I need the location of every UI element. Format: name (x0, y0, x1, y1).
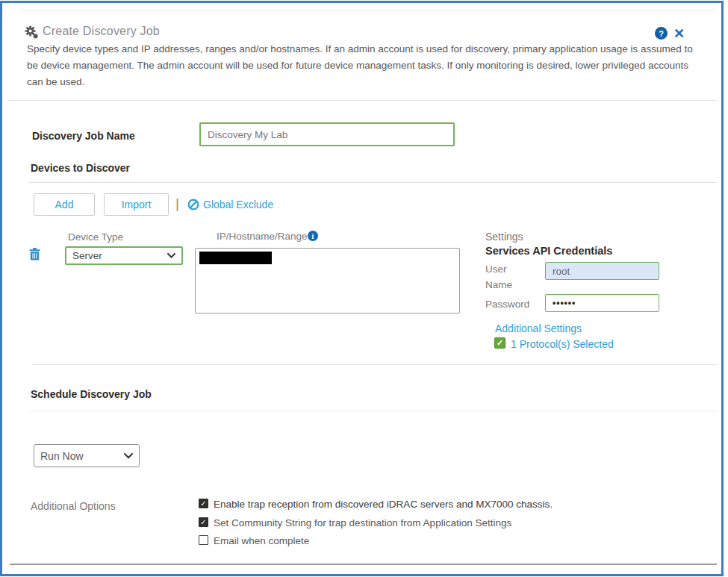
global-exclude-icon[interactable] (187, 199, 199, 213)
email-complete-label: Email when complete (214, 535, 309, 546)
devices-heading: Devices to Discover (31, 162, 130, 174)
option-row: Email when complete (199, 535, 309, 546)
option-row: ✓ Enable trap reception from discovered … (199, 499, 553, 510)
schedule-top-divider (32, 364, 717, 365)
settings-label: Settings (485, 231, 523, 243)
ip-hostname-textarea[interactable] (195, 248, 460, 314)
add-button[interactable]: Add (34, 193, 95, 216)
email-complete-checkbox[interactable] (199, 535, 208, 545)
community-string-checkbox[interactable]: ✓ (199, 517, 208, 527)
protocols-checkbox[interactable]: ✓ (494, 337, 505, 349)
header-divider (7, 100, 717, 101)
schedule-select[interactable]: Run Now (34, 444, 140, 467)
redacted-ip-value (199, 252, 272, 264)
password-label: Password (485, 299, 529, 310)
help-icon[interactable]: ? (655, 27, 668, 40)
bottom-divider (10, 564, 717, 565)
ip-hostname-label: IP/Hostname/Range (217, 231, 308, 242)
import-button[interactable]: Import (104, 193, 169, 216)
protocols-selected-link[interactable]: 1 Protocol(s) Selected (511, 338, 614, 350)
jobs-gear-icon (25, 25, 38, 42)
devices-divider (28, 182, 717, 183)
global-exclude-link[interactable]: Global Exclude (203, 199, 273, 210)
job-name-label: Discovery Job Name (32, 130, 135, 142)
password-value: •••••• (553, 298, 576, 308)
schedule-value: Run Now (40, 450, 84, 462)
close-icon[interactable]: ✕ (673, 27, 685, 40)
credentials-heading: Services API Credentials (485, 245, 612, 257)
device-type-label: Device Type (68, 231, 123, 243)
dialog-title: Create Discovery Job (43, 25, 160, 38)
trap-reception-checkbox[interactable]: ✓ (199, 499, 208, 508)
create-discovery-job-dialog: Create Discovery Job ? ✕ Specify device … (0, 1, 724, 576)
community-string-label: Set Community String for trap destinatio… (214, 517, 511, 528)
password-input[interactable]: •••••• (545, 294, 659, 312)
schedule-divider (28, 411, 717, 411)
top-rule (21, 10, 715, 11)
device-type-select[interactable]: Server (65, 246, 183, 265)
additional-options-label: Additional Options (31, 500, 116, 512)
user-name-value: root (553, 266, 570, 277)
trap-reception-label: Enable trap reception from discovered iD… (214, 499, 553, 510)
delete-row-icon[interactable] (29, 248, 40, 263)
job-name-input[interactable]: Discovery My Lab (199, 122, 455, 146)
option-row: ✓ Set Community String for trap destinat… (199, 517, 511, 528)
chevron-down-icon (167, 253, 175, 258)
user-name-label: User Name (485, 262, 532, 293)
chevron-down-icon (124, 453, 133, 459)
dialog-description: Specify device types and IP addresses, r… (27, 41, 705, 90)
device-type-value: Server (72, 250, 102, 261)
additional-settings-link[interactable]: Additional Settings (495, 322, 582, 334)
toolbar-separator: | (175, 196, 179, 212)
user-name-input[interactable]: root (545, 262, 659, 280)
schedule-heading: Schedule Discovery Job (31, 388, 152, 400)
job-name-value: Discovery My Lab (208, 129, 287, 140)
info-icon[interactable]: i (308, 231, 318, 241)
